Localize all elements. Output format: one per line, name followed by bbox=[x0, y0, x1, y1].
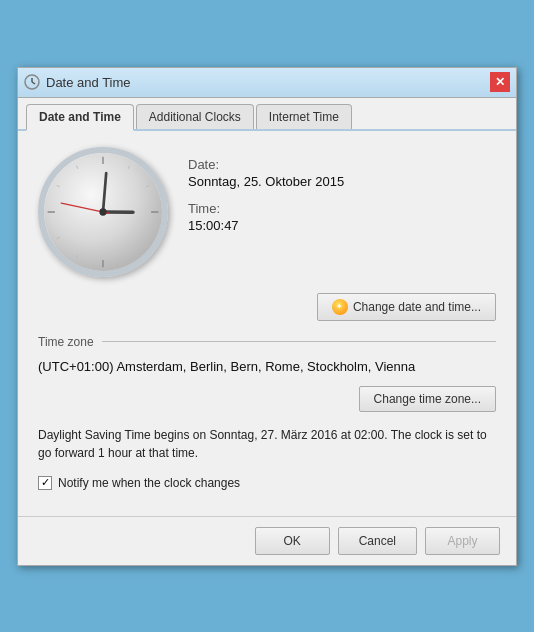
timezone-value: (UTC+01:00) Amsterdam, Berlin, Bern, Rom… bbox=[38, 359, 496, 374]
datetime-section: Date: Sonntag, 25. Oktober 2015 Time: 15… bbox=[38, 147, 496, 277]
dst-notice: Daylight Saving Time begins on Sonntag, … bbox=[38, 426, 496, 462]
apply-button[interactable]: Apply bbox=[425, 527, 500, 555]
tab-date-time[interactable]: Date and Time bbox=[26, 104, 134, 131]
title-bar-left: Date and Time bbox=[24, 74, 131, 90]
svg-line-2 bbox=[32, 82, 35, 84]
time-value: 15:00:47 bbox=[188, 218, 496, 233]
notify-label: Notify me when the clock changes bbox=[58, 476, 240, 490]
date-value: Sonntag, 25. Oktober 2015 bbox=[188, 174, 496, 189]
tab-content: Date: Sonntag, 25. Oktober 2015 Time: 15… bbox=[18, 131, 516, 516]
change-datetime-row: Change date and time... bbox=[38, 293, 496, 321]
change-datetime-button[interactable]: Change date and time... bbox=[317, 293, 496, 321]
tab-bar: Date and Time Additional Clocks Internet… bbox=[18, 98, 516, 131]
notify-row: ✓ Notify me when the clock changes bbox=[38, 476, 496, 490]
cancel-button[interactable]: Cancel bbox=[338, 527, 417, 555]
timezone-title: Time zone bbox=[38, 335, 94, 349]
clock-container bbox=[38, 147, 168, 277]
change-datetime-icon bbox=[332, 299, 348, 315]
change-timezone-row: Change time zone... bbox=[38, 386, 496, 412]
change-timezone-label: Change time zone... bbox=[374, 392, 481, 406]
window-title: Date and Time bbox=[46, 75, 131, 90]
tab-internet-time[interactable]: Internet Time bbox=[256, 104, 352, 129]
svg-point-19 bbox=[99, 208, 106, 215]
change-datetime-label: Change date and time... bbox=[353, 300, 481, 314]
time-label: Time: bbox=[188, 201, 496, 216]
close-button[interactable]: ✕ bbox=[490, 72, 510, 92]
notify-checkbox[interactable]: ✓ bbox=[38, 476, 52, 490]
clock-face bbox=[38, 147, 168, 277]
clock-svg bbox=[44, 153, 162, 271]
datetime-info: Date: Sonntag, 25. Oktober 2015 Time: 15… bbox=[188, 147, 496, 245]
timezone-section: Time zone (UTC+01:00) Amsterdam, Berlin,… bbox=[38, 335, 496, 374]
tab-additional-clocks[interactable]: Additional Clocks bbox=[136, 104, 254, 129]
title-bar: Date and Time ✕ bbox=[18, 68, 516, 98]
window-icon bbox=[24, 74, 40, 90]
timezone-divider bbox=[102, 341, 496, 342]
date-label: Date: bbox=[188, 157, 496, 172]
ok-button[interactable]: OK bbox=[255, 527, 330, 555]
bottom-bar: OK Cancel Apply bbox=[18, 516, 516, 565]
change-timezone-button[interactable]: Change time zone... bbox=[359, 386, 496, 412]
date-time-window: Date and Time ✕ Date and Time Additional… bbox=[17, 67, 517, 566]
timezone-header: Time zone bbox=[38, 335, 496, 349]
